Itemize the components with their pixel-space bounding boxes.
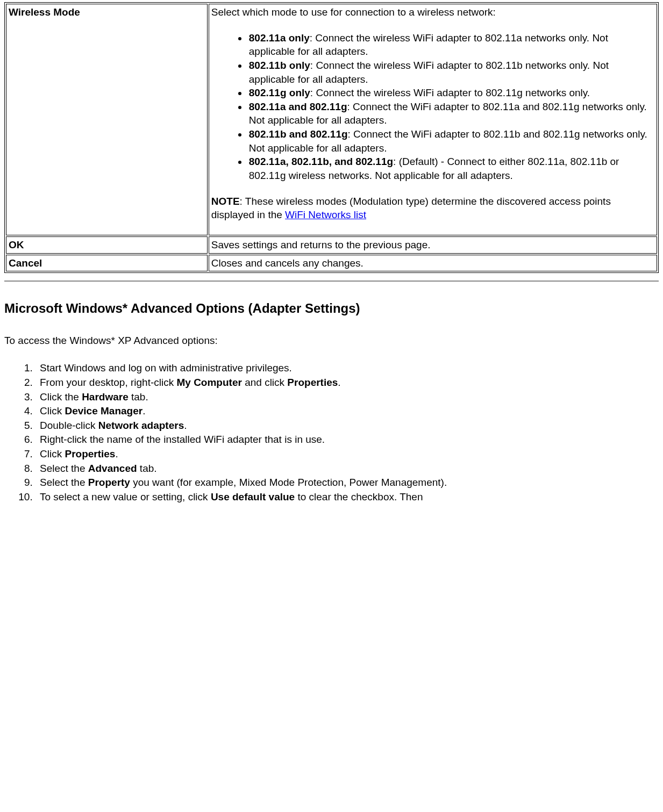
step-bold: My Computer	[176, 377, 241, 388]
mode-desc: : Connect the wireless WiFi adapter to 8…	[310, 87, 590, 98]
list-item: 802.11a, 802.11b, and 802.11g: (Default)…	[248, 155, 654, 182]
step-text: Select the	[40, 477, 88, 488]
step-text: To select a new value or setting, click	[40, 491, 211, 502]
list-item: 802.11b only: Connect the wireless WiFi …	[248, 59, 654, 86]
list-item: Click Properties.	[35, 447, 659, 461]
mode-label: 802.11a only	[249, 32, 310, 44]
list-item: Select the Advanced tab.	[35, 462, 659, 476]
list-item: Click the Hardware tab.	[35, 390, 659, 404]
list-item: Right-click the name of the installed Wi…	[35, 433, 659, 447]
list-item: 802.11b and 802.11g: Connect the WiFi ad…	[248, 127, 654, 155]
step-text: and click	[242, 377, 287, 388]
step-text: Select the	[40, 463, 88, 474]
step-text: Start Windows and log on with administra…	[40, 362, 292, 373]
setting-name: OK	[6, 236, 208, 254]
setting-desc: Saves settings and returns to the previo…	[209, 236, 657, 254]
settings-table: Wireless Mode Select which mode to use f…	[4, 2, 659, 273]
step-text: From your desktop, right-click	[40, 377, 176, 388]
list-item: Select the Property you want (for exampl…	[35, 476, 659, 490]
step-bold: Property	[88, 477, 130, 488]
steps-list: Start Windows and log on with administra…	[4, 361, 659, 504]
list-item: 802.11a and 802.11g: Connect the WiFi ad…	[248, 100, 654, 127]
table-row: OK Saves settings and returns to the pre…	[6, 236, 657, 254]
list-item: Start Windows and log on with administra…	[35, 361, 659, 375]
step-text: tab.	[137, 463, 157, 474]
step-text: Click the	[40, 391, 82, 403]
step-text: .	[338, 377, 340, 388]
list-item: 802.11a only: Connect the wireless WiFi …	[248, 31, 654, 59]
setting-name: Wireless Mode	[6, 4, 208, 235]
note-text: : These wireless modes (Modulation type)…	[211, 196, 611, 221]
step-text: Click	[40, 448, 65, 459]
note-label: NOTE	[211, 196, 240, 207]
table-row: Cancel Closes and cancels any changes.	[6, 255, 657, 272]
step-text: tab.	[129, 391, 148, 403]
step-bold: Use default value	[211, 491, 295, 502]
step-bold: Properties	[287, 377, 338, 388]
step-text: Click	[40, 405, 65, 416]
step-bold: Properties	[65, 448, 115, 459]
setting-desc: Closes and cancels any changes.	[209, 255, 657, 272]
step-bold: Hardware	[82, 391, 129, 403]
note-block: NOTE: These wireless modes (Modulation t…	[211, 195, 654, 222]
step-text: to clear the checkbox. Then	[295, 491, 423, 502]
step-text: .	[115, 448, 118, 459]
step-bold: Advanced	[88, 463, 137, 474]
step-text: Double-click	[40, 420, 98, 431]
list-item: Click Device Manager.	[35, 404, 659, 418]
wireless-modes-list: 802.11a only: Connect the wireless WiFi …	[211, 31, 654, 183]
table-row: Wireless Mode Select which mode to use f…	[6, 4, 657, 235]
list-item: To select a new value or setting, click …	[35, 490, 659, 504]
step-text: .	[184, 420, 187, 431]
intro-text: To access the Windows* XP Advanced optio…	[4, 334, 659, 348]
mode-label: 802.11g only	[249, 87, 310, 98]
wireless-mode-intro: Select which mode to use for connection …	[211, 6, 496, 18]
step-bold: Device Manager	[65, 405, 142, 416]
list-item: Double-click Network adapters.	[35, 419, 659, 433]
divider	[4, 281, 659, 282]
step-text: you want (for example, Mixed Mode Protec…	[130, 477, 447, 488]
list-item: From your desktop, right-click My Comput…	[35, 376, 659, 390]
mode-label: 802.11b only	[249, 60, 310, 71]
list-item: 802.11g only: Connect the wireless WiFi …	[248, 86, 654, 100]
mode-label: 802.11b and 802.11g	[249, 128, 348, 140]
section-heading: Microsoft Windows* Advanced Options (Ada…	[4, 300, 659, 317]
step-bold: Network adapters	[98, 420, 184, 431]
setting-name: Cancel	[6, 255, 208, 272]
mode-label: 802.11a and 802.11g	[249, 101, 347, 112]
mode-label: 802.11a, 802.11b, and 802.11g	[249, 156, 393, 167]
step-text: Right-click the name of the installed Wi…	[40, 434, 325, 445]
step-text: .	[142, 405, 145, 416]
setting-desc: Select which mode to use for connection …	[209, 4, 657, 235]
wifi-networks-list-link[interactable]: WiFi Networks list	[285, 209, 366, 220]
